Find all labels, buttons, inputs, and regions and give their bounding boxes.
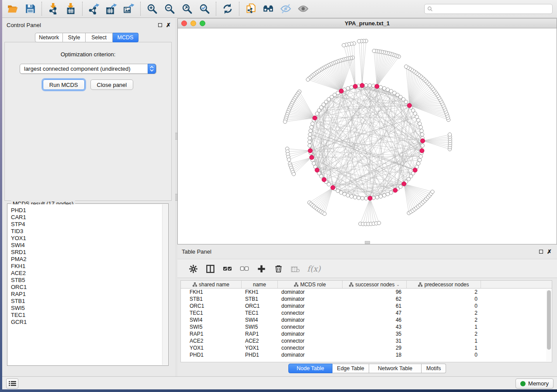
mcds-result-item[interactable]: PHD1 <box>11 207 162 214</box>
tab-style[interactable]: Style <box>63 33 86 42</box>
table-row[interactable]: SWI4SWI4dominator462 <box>181 316 552 323</box>
show-all-icon[interactable] <box>294 0 312 17</box>
export-table-icon[interactable] <box>103 0 120 17</box>
table-row[interactable]: ORC1ORC1dominator610 <box>181 303 552 309</box>
mcds-result-item[interactable]: ACE2 <box>11 270 162 277</box>
tab-select[interactable]: Select <box>86 33 113 42</box>
zoom-selected-icon[interactable] <box>196 0 213 17</box>
tab-motifs[interactable]: Motifs <box>422 364 446 373</box>
table-cell: ORC1 <box>181 303 242 309</box>
binoculars-icon[interactable] <box>259 0 277 17</box>
memory-button[interactable]: Memory <box>515 378 554 389</box>
table-cell: YOX1 <box>242 344 278 351</box>
table-cell: TEC1 <box>181 309 242 316</box>
tab-network-table[interactable]: Network Table <box>369 364 422 373</box>
close-panel-icon[interactable]: ✗ <box>166 23 171 27</box>
mcds-result-item[interactable]: PMA2 <box>11 256 162 263</box>
table-cell: FKH1 <box>242 289 278 296</box>
table-scrollbar[interactable] <box>546 289 551 361</box>
refresh-icon[interactable] <box>219 0 236 17</box>
delete-icon[interactable] <box>273 263 284 274</box>
mcds-result-item[interactable]: TID3 <box>11 228 162 235</box>
tab-network[interactable]: Network <box>35 33 63 42</box>
close-panel-button[interactable]: Close panel <box>90 79 134 90</box>
mcds-result-item[interactable]: TEC1 <box>11 312 162 319</box>
table-row[interactable]: RAP1RAP1dominator352 <box>181 330 552 337</box>
select-all-icon[interactable] <box>222 263 232 274</box>
table-row[interactable]: YOX1YOX1connector291 <box>181 344 552 351</box>
column-type-icon <box>294 282 298 287</box>
mcds-result-item[interactable]: SWI4 <box>11 242 162 249</box>
table-cell: 47 <box>343 309 407 316</box>
run-mcds-button[interactable]: Run MCDS <box>43 79 85 90</box>
column-header-predecessor-nodes[interactable]: predecessor nodes <box>407 281 481 288</box>
memory-button-label: Memory <box>528 380 549 387</box>
table-cell: dominator <box>278 289 343 296</box>
network-window-titlebar[interactable]: YPA_prune.txt_1 <box>178 19 557 28</box>
table-row[interactable]: FKH1FKH1dominator962 <box>181 289 552 296</box>
column-header-MCDS-role[interactable]: MCDS role <box>278 281 343 288</box>
column-header-successor-nodes[interactable]: successor nodes⌄ <box>343 281 407 288</box>
search-input[interactable] <box>433 6 552 12</box>
mcds-result-item[interactable]: RAP1 <box>11 291 162 298</box>
column-header-name[interactable]: name <box>242 281 278 288</box>
table-row[interactable]: PHD1PHD1dominator180 <box>181 351 552 358</box>
table-cell: STB1 <box>181 296 242 303</box>
table-cell: SWI4 <box>181 316 242 323</box>
control-panel-tabs: NetworkStyleSelectMCDS <box>35 33 138 42</box>
table-cell: 18 <box>343 351 407 358</box>
add-icon[interactable] <box>256 263 266 274</box>
network-graph[interactable] <box>178 28 557 244</box>
save-icon[interactable] <box>21 0 39 17</box>
mcds-result-item[interactable]: FKH1 <box>11 263 162 270</box>
clone-network-icon[interactable] <box>242 0 259 17</box>
table-row[interactable]: SWI5SWI5connector431 <box>181 323 552 330</box>
search-box[interactable] <box>424 4 553 14</box>
menu-button[interactable] <box>6 378 18 389</box>
zoom-fit-icon[interactable] <box>178 0 196 17</box>
tab-node-table[interactable]: Node Table <box>288 364 332 373</box>
column-header-shared-name[interactable]: shared name <box>181 281 242 288</box>
export-network-icon[interactable] <box>85 0 103 17</box>
mcds-result-item[interactable]: GCR1 <box>11 319 162 326</box>
mcds-result-scrollbar[interactable] <box>162 204 168 365</box>
mcds-result-list: PHD1CAR1STP4TID3YOX1SWI4SRD1PMA2FKH1ACE2… <box>8 204 162 365</box>
table-scrollbar-thumb[interactable] <box>547 290 551 350</box>
import-table-icon[interactable] <box>62 0 80 17</box>
mcds-result-item[interactable]: YOX1 <box>11 235 162 242</box>
table-cell: SWI4 <box>242 316 278 323</box>
mcds-result-item[interactable]: STB1 <box>11 298 162 305</box>
gear-icon[interactable] <box>188 263 198 274</box>
columns-icon[interactable] <box>205 263 215 274</box>
float-panel-icon[interactable] <box>539 250 543 254</box>
mcds-result-item[interactable]: STP4 <box>11 221 162 228</box>
hide-selected-icon[interactable] <box>277 0 294 17</box>
open-folder-icon[interactable] <box>4 0 21 17</box>
toolbar-separator <box>82 2 83 16</box>
mcds-result-item[interactable]: CAR1 <box>11 214 162 221</box>
import-network-icon[interactable] <box>45 0 62 17</box>
table-cell: 2 <box>407 289 481 296</box>
canvas-resize-handle[interactable] <box>365 241 370 244</box>
table-row[interactable]: TEC1TEC1connector472 <box>181 309 552 316</box>
zoom-out-icon[interactable] <box>161 0 178 17</box>
table-cell: 29 <box>343 344 407 351</box>
table-row[interactable]: ACE2ACE2connector311 <box>181 337 552 344</box>
table-cell: RAP1 <box>242 330 278 337</box>
mcds-result-item[interactable]: ORC1 <box>11 284 162 291</box>
close-panel-icon[interactable]: ✗ <box>547 250 552 254</box>
criterion-dropdown[interactable]: largest connected component (undirected) <box>20 64 156 74</box>
mcds-result-item[interactable]: SRD1 <box>11 249 162 256</box>
tab-edge-table[interactable]: Edge Table <box>332 364 369 373</box>
export-image-icon[interactable] <box>120 0 138 17</box>
deselect-all-icon[interactable] <box>239 263 249 274</box>
table-row[interactable]: STB1STB1dominator620 <box>181 296 552 303</box>
mcds-result-item[interactable]: STB5 <box>11 277 162 284</box>
zoom-in-icon[interactable] <box>143 0 161 17</box>
tab-mcds[interactable]: MCDS <box>113 33 138 42</box>
mcds-result-item[interactable]: SWI5 <box>11 305 162 312</box>
float-panel-icon[interactable] <box>158 23 162 27</box>
table-cell: 96 <box>343 289 407 296</box>
sort-descending-icon: ⌄ <box>396 282 400 287</box>
network-canvas[interactable] <box>178 28 557 244</box>
